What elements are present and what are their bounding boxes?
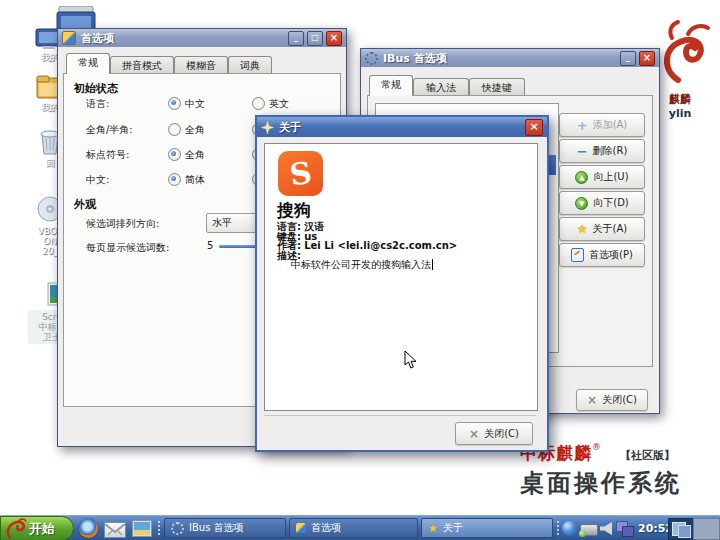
kylin-icon (3, 517, 29, 540)
sogou-window-icon (296, 523, 306, 533)
tab-general[interactable]: 常规 (66, 53, 110, 74)
preferences-doc-icon (571, 248, 584, 262)
brand-subtitle: 桌面操作系统 (520, 467, 682, 499)
radio-english[interactable] (252, 97, 265, 110)
move-up-button[interactable]: ▲向上(U) (559, 165, 645, 189)
divider (264, 415, 536, 416)
mail-icon[interactable] (104, 522, 126, 538)
plus-icon: + (577, 119, 588, 132)
orientation-label: 候选词排列方向: (86, 217, 159, 231)
brand-reg: ® (592, 442, 601, 452)
radio-simplified-label[interactable]: 简体 (185, 173, 205, 187)
radio-english-label[interactable]: 英文 (269, 97, 289, 111)
radio-punct-full[interactable] (168, 148, 181, 161)
titlebar[interactable]: 关于 × (257, 117, 547, 137)
radio-chinese[interactable] (168, 97, 181, 110)
radio-fullwidth[interactable] (168, 123, 181, 136)
close-window-button[interactable]: ×关闭(C) (576, 389, 648, 411)
tab-input-method[interactable]: 输入法 (413, 78, 469, 96)
close-x-icon: × (587, 393, 597, 407)
close-icon[interactable]: × (326, 31, 342, 46)
taskbar-item-ibus-preferences[interactable]: IBus 首选项 (164, 518, 286, 538)
desktop: 我的 我的 回 VBOX ON 20_ Scre 中标麒 卫士 麒麟 ylin … (0, 0, 720, 540)
section-initial-state: 初始状态 (74, 81, 118, 96)
gear-icon (171, 522, 184, 535)
taskbar: 开始 IBus 首选项 首选项 ★ 关于 (0, 515, 720, 540)
taskbar-item-preferences[interactable]: 首选项 (289, 518, 418, 538)
radio-fullwidth-label[interactable]: 全角 (185, 123, 205, 137)
up-arrow-icon: ▲ (575, 171, 588, 184)
app-name: 搜狗 (277, 199, 311, 222)
description-text: 中标软件公司开发的搜狗输入法 (291, 259, 431, 270)
down-arrow-icon: ▼ (575, 197, 588, 210)
green-dot (579, 530, 586, 537)
titlebar[interactable]: 首选项 _ □ × (58, 29, 346, 47)
row-punct-label: 标点符号: (86, 148, 129, 162)
tab-dictionary[interactable]: 词典 (228, 56, 272, 74)
workspace-1[interactable] (668, 518, 695, 540)
radio-simplified[interactable] (168, 173, 181, 186)
close-x-icon: × (469, 427, 479, 441)
about-dialog: 关于 × S 搜狗 语言: 汉语 键盘: us 作者: Lei Li <lei.… (255, 115, 549, 452)
move-down-button[interactable]: ▼向下(D) (559, 191, 645, 215)
minimize-button[interactable]: _ (620, 51, 636, 66)
star-icon: ★ (428, 522, 438, 535)
about-content: S 搜狗 语言: 汉语 键盘: us 作者: Lei Li <lei.li@cs… (264, 143, 538, 411)
row-hanzi-label: 中文: (86, 173, 109, 187)
minus-icon: − (577, 145, 588, 158)
sparkle-icon (261, 121, 274, 134)
pagesize-label: 每页显示候选词数: (86, 241, 169, 255)
section-appearance: 外观 (74, 197, 96, 212)
row-width-label: 全角/半角: (86, 123, 133, 137)
row-language-label: 语言: (86, 97, 109, 111)
tab-fuzzy[interactable]: 模糊音 (174, 56, 228, 74)
tab-general[interactable]: 常规 (369, 75, 413, 96)
about-button[interactable]: ★关于(A) (559, 217, 645, 241)
star-icon: ★ (577, 222, 588, 236)
input-method-tray-icon[interactable] (562, 521, 577, 536)
window-title: IBus 首选项 (383, 51, 447, 66)
window-title: 关于 (279, 120, 301, 135)
file-manager-icon[interactable] (132, 520, 152, 537)
gear-icon (365, 52, 378, 65)
tab-shortcuts[interactable]: 快捷键 (469, 78, 525, 96)
radio-punct-full-label[interactable]: 全角 (185, 148, 205, 162)
pagesize-value: 5 (207, 240, 213, 251)
mouse-cursor (404, 350, 418, 370)
orientation-value: 水平 (212, 216, 232, 230)
minimize-button[interactable]: _ (288, 31, 304, 46)
preferences-button[interactable]: 首选项(P) (559, 243, 645, 267)
sogou-logo: S (278, 151, 323, 196)
taskbar-item-about[interactable]: ★ 关于 (421, 518, 553, 538)
tab-pinyin-mode[interactable]: 拼音模式 (110, 56, 174, 74)
text-caret (432, 259, 433, 270)
volume-icon[interactable] (600, 522, 612, 535)
workspace-2[interactable] (693, 518, 720, 540)
maximize-button[interactable]: □ (307, 31, 323, 46)
about-fields: 语言: 汉语 键盘: us 作者: Lei Li <lei.li@cs2c.co… (277, 222, 457, 270)
add-button[interactable]: +添加(A) (559, 113, 645, 137)
start-label: 开始 (29, 520, 55, 538)
separator (157, 520, 161, 537)
brand-edition: 【社区版】 (620, 449, 675, 462)
sogou-window-icon (62, 31, 76, 45)
close-dialog-button[interactable]: ×关闭(C) (455, 422, 533, 445)
start-button[interactable]: 开始 (0, 516, 74, 540)
close-icon[interactable]: × (525, 119, 543, 136)
device-tray-icon[interactable] (580, 524, 598, 536)
window-title: 首选项 (81, 31, 114, 46)
close-icon[interactable]: × (639, 51, 655, 66)
radio-chinese-label[interactable]: 中文 (185, 97, 205, 111)
remove-button[interactable]: −删除(R) (559, 139, 645, 163)
separator (556, 520, 560, 537)
titlebar[interactable]: IBus 首选项 _ × (361, 49, 659, 67)
firefox-icon[interactable] (79, 519, 98, 538)
